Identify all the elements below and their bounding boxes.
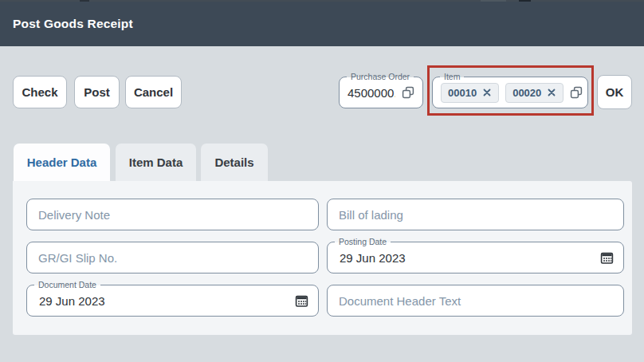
check-button[interactable]: Check [13, 76, 67, 108]
dialog-header: Post Goods Receipt [0, 2, 644, 46]
dialog-title: Post Goods Receipt [13, 17, 133, 31]
tab-details[interactable]: Details [201, 144, 268, 181]
item-token-text: 00020 [512, 87, 541, 99]
purchase-order-label: Purchase Order [347, 72, 414, 82]
calendar-icon[interactable] [600, 251, 614, 265]
document-date-field[interactable]: Document Date [26, 285, 319, 317]
bill-of-lading-input[interactable] [327, 199, 624, 230]
close-icon[interactable] [482, 88, 492, 97]
posting-date-field[interactable]: Posting Date [327, 242, 624, 273]
item-label: Item [440, 72, 464, 82]
post-button[interactable]: Post [74, 76, 120, 108]
document-header-text-input[interactable] [327, 285, 624, 317]
value-help-icon[interactable] [570, 86, 583, 99]
value-help-icon[interactable] [402, 86, 414, 99]
item-token[interactable]: 00020 [505, 83, 564, 103]
ok-button[interactable]: OK [597, 75, 632, 109]
header-data-tab-panel: Posting Date [13, 181, 632, 335]
delivery-note-input[interactable] [26, 199, 319, 230]
item-field[interactable]: Item 00010 00020 [432, 77, 588, 108]
gr-gi-slip-no-input[interactable] [26, 242, 319, 273]
posting-date-label: Posting Date [335, 237, 391, 247]
close-icon[interactable] [547, 88, 556, 97]
item-token[interactable]: 00010 [441, 83, 499, 103]
tab-header-data[interactable]: Header Data [14, 144, 110, 181]
post-goods-receipt-dialog: Post Goods Receipt Check Post Cancel Pur… [0, 0, 644, 362]
document-date-label: Document Date [34, 280, 100, 290]
purchase-order-value: 4500000... [348, 86, 395, 100]
tab-item-data[interactable]: Item Data [116, 144, 196, 181]
item-token-text: 00010 [448, 87, 477, 99]
calendar-icon[interactable] [295, 294, 308, 308]
cancel-button[interactable]: Cancel [125, 76, 182, 108]
purchase-order-field[interactable]: Purchase Order 4500000... [339, 77, 423, 108]
